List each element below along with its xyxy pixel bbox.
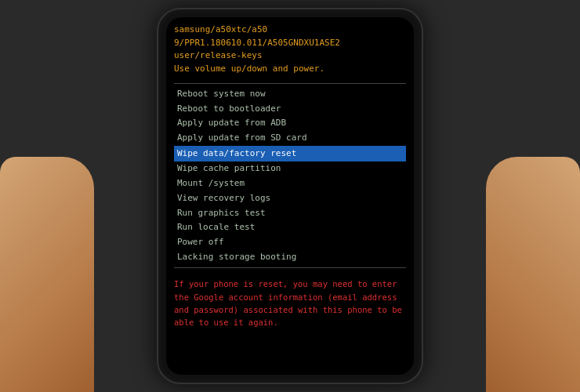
phone-screen: samsung/a50xtc/a509/PPR1.180610.011/A505… [166,17,414,375]
header-line: user/release-keys [174,49,406,63]
menu-list: Reboot system nowReboot to bootloaderApp… [174,87,406,264]
menu-item[interactable]: Wipe cache partition [174,162,406,176]
menu-item[interactable]: Power off [174,235,406,250]
menu-item[interactable]: Run graphics test [174,206,406,221]
menu-item[interactable]: Wipe data/factory reset [174,146,406,162]
hand-left [0,157,94,392]
header-line: 9/PPR1.180610.011/A505GNDXU1ASE2 [174,37,406,50]
menu-item[interactable]: View recovery logs [174,191,406,206]
scene: samsung/a50xtc/a509/PPR1.180610.011/A505… [0,0,580,392]
phone: samsung/a50xtc/a509/PPR1.180610.011/A505… [157,8,423,384]
divider-top [174,83,406,84]
menu-item[interactable]: Apply update from ADB [174,116,406,131]
menu-item[interactable]: Reboot system now [174,87,406,102]
header-line: Use volume up/down and power. [174,63,406,76]
menu-item[interactable]: Mount /system [174,176,406,191]
warning-text: If your phone is reset, you may need to … [174,278,406,328]
screen-header: samsung/a50xtc/a509/PPR1.180610.011/A505… [174,24,406,75]
divider-bottom [174,267,406,268]
header-line: samsung/a50xtc/a50 [174,24,406,37]
menu-item[interactable]: Apply update from SD card [174,131,406,146]
menu-item[interactable]: Reboot to bootloader [174,102,406,117]
hand-right [486,157,580,392]
menu-item[interactable]: Run locale test [174,220,406,235]
menu-item[interactable]: Lacking storage booting [174,250,406,265]
